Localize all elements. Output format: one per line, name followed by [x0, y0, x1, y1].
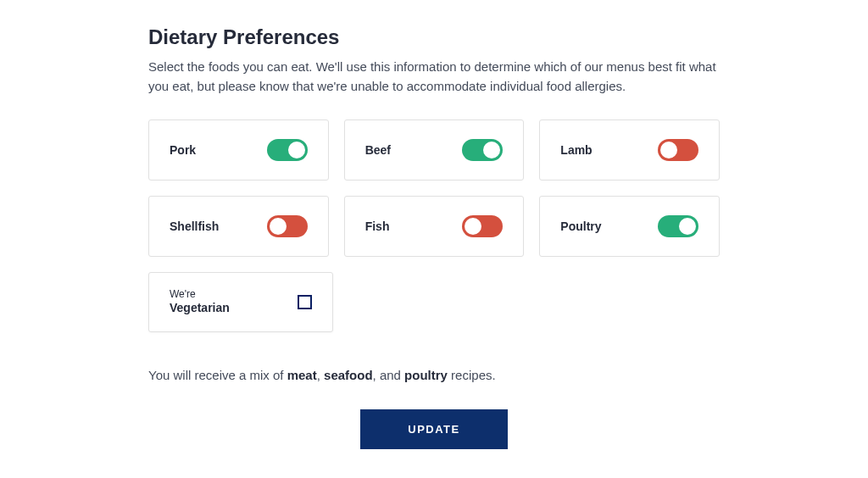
pref-card-lamb: Lamb [539, 119, 720, 181]
pref-label: Beef [365, 143, 391, 157]
actions-row: UPDATE [148, 409, 720, 449]
toggle-poultry[interactable] [658, 215, 698, 237]
toggle-knob-icon [679, 218, 696, 235]
pref-label: Fish [365, 220, 390, 233]
update-button[interactable]: UPDATE [360, 409, 507, 449]
pref-label: Pork [170, 143, 196, 157]
pref-label: Shellfish [170, 220, 219, 233]
toggle-knob-icon [270, 218, 287, 235]
vegetarian-label-block: We're Vegetarian [170, 288, 230, 316]
vegetarian-pre: We're [170, 288, 230, 301]
toggle-lamb[interactable] [658, 139, 698, 161]
summary-sep: , [317, 368, 324, 382]
toggle-knob-icon [660, 142, 677, 158]
vegetarian-card: We're Vegetarian [148, 272, 333, 332]
pref-card-poultry: Poultry [539, 196, 720, 257]
toggle-shellfish[interactable] [267, 215, 308, 237]
page-subtitle: Select the foods you can eat. We'll use … [148, 58, 720, 96]
toggle-knob-icon [465, 218, 481, 235]
toggle-pork[interactable] [267, 139, 308, 161]
summary-part-poultry: poultry [404, 368, 448, 382]
pref-card-shellfish: Shellfish [148, 196, 329, 257]
pref-card-fish: Fish [344, 196, 525, 257]
pref-label: Lamb [560, 143, 592, 157]
pref-card-pork: Pork [148, 119, 329, 181]
summary-prefix: You will receive a mix of [148, 368, 287, 382]
toggle-beef[interactable] [462, 139, 503, 161]
page-title: Dietary Preferences [148, 25, 720, 49]
preferences-grid: Pork Beef Lamb Shellfish Fish Poultry [148, 119, 720, 257]
toggle-fish[interactable] [462, 215, 503, 237]
pref-card-beef: Beef [344, 119, 525, 181]
toggle-knob-icon [288, 142, 305, 158]
summary-part-meat: meat [287, 368, 317, 382]
summary-sep: , and [373, 368, 405, 382]
vegetarian-label: Vegetarian [170, 301, 230, 316]
vegetarian-checkbox[interactable] [298, 295, 312, 309]
summary-text: You will receive a mix of meat, seafood,… [148, 368, 720, 382]
pref-label: Poultry [560, 220, 601, 233]
summary-part-seafood: seafood [324, 368, 373, 382]
summary-suffix: recipes. [448, 368, 496, 382]
toggle-knob-icon [483, 142, 500, 158]
